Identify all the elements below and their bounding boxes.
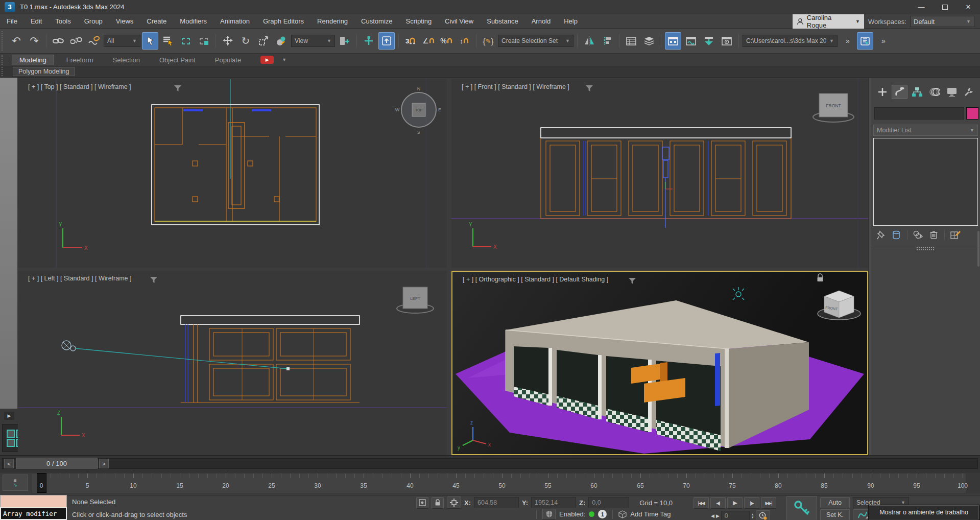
toolbar-grip[interactable] (2, 31, 5, 51)
select-and-manipulate-button[interactable] (361, 32, 377, 50)
viewcube-3d[interactable]: FRONT (818, 291, 861, 320)
viewport-top-label[interactable]: [ + ] [ Top ] [ Standard ] [ Wireframe ] (28, 83, 131, 90)
rollout-drag-handle[interactable] (916, 247, 935, 250)
macro-recorder-field[interactable] (0, 495, 67, 508)
reference-coordinate-system-dropdown[interactable]: View▼ (291, 35, 335, 47)
select-and-rotate-button[interactable]: ↻ (237, 32, 254, 50)
frame-back-arrow[interactable]: ◀ (711, 513, 714, 518)
menu-animation[interactable]: Animation (213, 14, 256, 29)
polygon-modeling-panel-button[interactable]: Polygon Modeling (13, 67, 75, 76)
ribbon-video-button[interactable]: ▶ (260, 56, 274, 64)
select-and-link-icon[interactable] (50, 32, 66, 50)
viewport-front[interactable]: [ + ] [ Front ] [ Standard ] [ Wireframe… (451, 79, 868, 268)
undo-button[interactable]: ↶ (8, 32, 25, 50)
viewcube-front[interactable]: FRONT (813, 93, 854, 122)
ribbon-grip[interactable] (2, 55, 5, 64)
ribbon-tab-modeling[interactable]: Modeling (12, 55, 54, 65)
configure-modifier-sets-button[interactable] (949, 229, 962, 241)
select-by-name-button[interactable] (160, 32, 176, 50)
display-tab[interactable] (944, 85, 960, 99)
modify-tab[interactable] (892, 85, 907, 99)
render-setup-button[interactable] (683, 32, 699, 50)
menu-create[interactable]: Create (140, 14, 173, 29)
menu-rendering[interactable]: Rendering (310, 14, 354, 29)
percent-snap-toggle[interactable]: % (438, 32, 455, 50)
use-pivot-point-center-button[interactable] (337, 32, 353, 50)
remove-modifier-button[interactable] (927, 229, 940, 241)
viewport-filter-icon[interactable] (150, 276, 158, 283)
menu-tools[interactable]: Tools (49, 14, 77, 29)
set-key-button[interactable]: Set K. (820, 509, 850, 520)
menu-views[interactable]: Views (109, 14, 140, 29)
workspace-dropdown[interactable]: Default ▼ (910, 16, 974, 27)
current-frame-field[interactable]: 0 (721, 511, 750, 520)
viewcube-left[interactable]: LEFT (397, 287, 434, 313)
isolate-selection-toggle[interactable] (416, 497, 428, 509)
next-frame-button[interactable]: > (99, 459, 109, 468)
mini-curve-editor-button[interactable]: ≡∿ (3, 475, 28, 491)
viewport-filter-icon[interactable] (628, 277, 636, 285)
menu-modifiers[interactable]: Modifiers (173, 14, 213, 29)
viewport-front-label[interactable]: [ + ] [ Front ] [ Standard ] [ Wireframe… (462, 83, 569, 90)
x-coordinate-field[interactable]: 604,58 (474, 497, 519, 508)
keyboard-shortcut-override-toggle[interactable] (378, 32, 395, 50)
hierarchy-tab[interactable] (909, 85, 925, 99)
menu-substance[interactable]: Substance (480, 14, 524, 29)
toolbar-overflow-chevron-2[interactable]: » (875, 32, 891, 50)
ribbon-panel-grip[interactable] (2, 67, 5, 76)
viewport-left-label[interactable]: [ + ] [ Left ] [ Standard ] [ Wireframe … (28, 275, 132, 282)
toggle-scene-explorer-button[interactable] (623, 32, 639, 50)
project-folder-dropdown[interactable]: C:\Users\carol...s\3ds Max 2024▼ (743, 35, 838, 47)
viewcube-top[interactable]: TOP N E S W (395, 86, 441, 135)
rendered-frame-window-button[interactable] (701, 32, 717, 50)
snap-toggle-3d[interactable]: 3 (402, 32, 419, 50)
material-editor-button[interactable] (665, 32, 681, 50)
maxscript-listener-field[interactable]: Array modifier (0, 507, 67, 520)
object-color-swatch[interactable] (966, 107, 978, 120)
previous-frame-playback-button[interactable]: ◀| (710, 497, 726, 509)
minimize-button[interactable]: — (910, 0, 933, 14)
menu-edit[interactable]: Edit (24, 14, 49, 29)
viewport-orthographic[interactable]: [ + ] [ Orthographic ] [ Standard ] [ De… (451, 271, 868, 455)
utilities-tab[interactable] (961, 85, 977, 99)
frame-spin-down[interactable]: ▼ (751, 516, 754, 519)
time-slider-track[interactable] (2, 458, 978, 469)
menu-civil-view[interactable]: Civil View (438, 14, 480, 29)
angle-snap-toggle[interactable]: ∠ (420, 32, 437, 50)
ribbon-tab-object-paint[interactable]: Object Paint (152, 55, 203, 65)
bind-to-space-warp-icon[interactable] (86, 32, 102, 50)
mirror-button[interactable] (581, 32, 597, 50)
selection-filter-dropdown[interactable]: All▼ (104, 35, 140, 47)
absolute-offset-mode-toggle[interactable] (447, 497, 461, 509)
edit-named-selection-sets-button[interactable]: {✎} (480, 32, 496, 50)
selection-lock-toggle[interactable] (432, 497, 444, 509)
signin-user-menu[interactable]: Carolina Roque ▼ (793, 14, 864, 29)
viewport-top[interactable]: [ + ] [ Top ] [ Standard ] [ Wireframe ] (18, 79, 447, 268)
menu-file[interactable]: File (0, 14, 24, 29)
menu-arnold[interactable]: Arnold (525, 14, 558, 29)
go-to-end-button[interactable]: ▶▶| (761, 497, 776, 509)
select-and-place-button[interactable] (273, 32, 290, 50)
auto-key-button[interactable]: Auto (820, 497, 850, 508)
ribbon-tab-populate[interactable]: Populate (208, 55, 248, 65)
go-to-start-button[interactable]: |◀◀ (694, 497, 709, 509)
align-button[interactable] (599, 32, 615, 50)
isolate-workspace-button[interactable] (857, 32, 873, 50)
ribbon-tab-selection[interactable]: Selection (106, 55, 147, 65)
ribbon-tab-freeform[interactable]: Freeform (59, 55, 101, 65)
z-coordinate-field[interactable]: 0,0 (588, 497, 629, 508)
time-slider-handle[interactable]: 0 / 100 (16, 458, 98, 469)
modifier-stack-list[interactable] (873, 138, 978, 226)
panel-scrollbar[interactable] (977, 231, 979, 267)
toolbar-overflow-chevron[interactable]: » (839, 32, 855, 50)
viewport-ortho-label[interactable]: [ + ] [ Orthographic ] [ Standard ] [ De… (463, 276, 608, 283)
menu-help[interactable]: Help (557, 14, 584, 29)
toggle-layer-explorer-button[interactable] (641, 32, 657, 50)
ribbon-video-chevron[interactable]: ▼ (282, 57, 286, 62)
menu-group[interactable]: Group (78, 14, 109, 29)
set-keys-button[interactable] (786, 496, 817, 520)
viewport-filter-icon[interactable] (174, 85, 182, 92)
close-button[interactable]: ✕ (957, 0, 980, 14)
viewport-left[interactable]: [ + ] [ Left ] [ Standard ] [ Wireframe … (18, 271, 447, 455)
dock-expand-button[interactable]: ▶ (4, 412, 14, 420)
